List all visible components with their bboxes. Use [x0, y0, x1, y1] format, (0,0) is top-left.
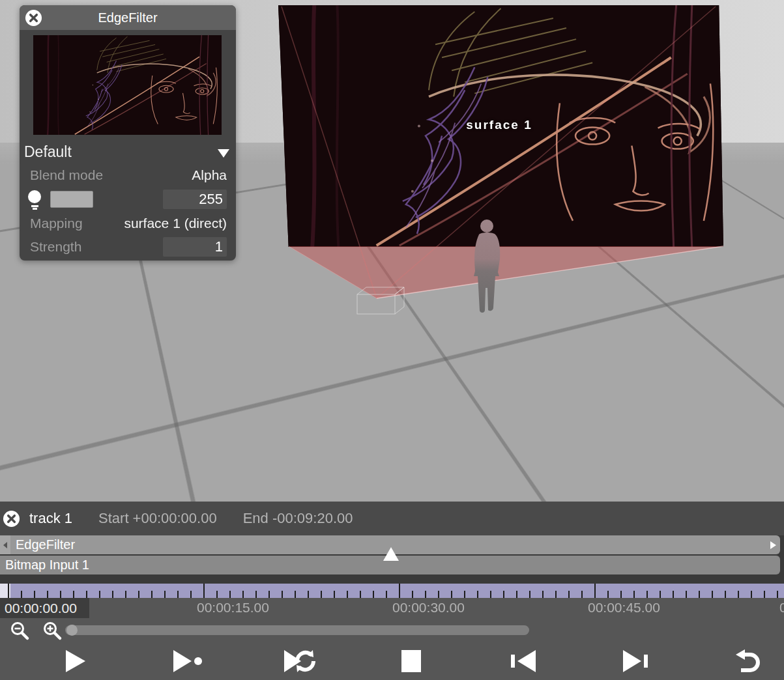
- ruler-tick: [412, 591, 413, 598]
- strength-value-input[interactable]: 1: [163, 237, 227, 257]
- ruler-tick: [699, 591, 700, 598]
- ruler-tick: [516, 591, 517, 598]
- ruler-label-15s: 00:00:15.00: [197, 600, 269, 616]
- mapping-label: Mapping: [30, 216, 83, 231]
- preset-name: Default: [24, 143, 72, 160]
- track-close-icon[interactable]: [3, 510, 20, 528]
- ruler-tick: [751, 591, 752, 598]
- ruler-tick: [594, 584, 596, 598]
- chevron-down-icon[interactable]: [218, 149, 229, 158]
- ruler-tick: [620, 591, 622, 598]
- ruler-tick: [581, 591, 583, 598]
- timeline-ruler[interactable]: [0, 584, 784, 598]
- zoom-out-icon[interactable]: [9, 620, 30, 641]
- blend-mode-value[interactable]: Alpha: [192, 167, 227, 183]
- track-start-label[interactable]: Start +00:00:00.00: [98, 510, 217, 527]
- zoom-in-icon[interactable]: [42, 620, 63, 641]
- ruler-tick: [295, 591, 296, 598]
- play-icon: [65, 649, 87, 673]
- ruler-tick: [86, 591, 87, 598]
- ruler-tick: [21, 591, 22, 598]
- ruler-label-partial: 0: [779, 600, 784, 616]
- ruler-tick: [477, 591, 478, 598]
- play-dot-icon: [172, 649, 203, 673]
- ruler-tick: [73, 591, 74, 598]
- filter-preview-thumbnail: [33, 35, 222, 135]
- ruler-label-45s: 00:00:45.00: [588, 600, 660, 616]
- ruler-tick: [190, 591, 192, 598]
- transport-controls: [0, 642, 784, 680]
- color-swatch[interactable]: [50, 191, 93, 208]
- track-header: track 1 Start +00:00:00.00 End -00:09:20…: [0, 502, 784, 535]
- ruler-tick: [60, 591, 61, 598]
- ruler-tick: [490, 591, 491, 598]
- ruler-tick: [177, 591, 179, 598]
- edgefilter-panel: EdgeFilter Default Blend mode Alpha 255 …: [20, 5, 236, 261]
- timeline-marker-triangle[interactable]: [383, 547, 399, 561]
- clip-edgefilter-label: EdgeFilter: [16, 537, 75, 552]
- timeline-zoom-row: [0, 619, 784, 642]
- ruler-tick: [529, 591, 530, 598]
- ruler-tick: [216, 591, 218, 598]
- skip-to-start-button[interactable]: [505, 647, 542, 675]
- ruler-tick: [464, 591, 465, 598]
- ruler-tick: [138, 591, 139, 598]
- ruler-tick: [503, 591, 504, 598]
- skip-start-icon: [510, 649, 537, 673]
- track-name: track 1: [29, 510, 72, 527]
- ruler-tick: [34, 591, 35, 598]
- alpha-row: 255: [20, 187, 236, 212]
- ruler-tick: [646, 591, 648, 598]
- current-time-display: 00:00:00.00: [0, 598, 89, 618]
- ruler-tick: [373, 591, 374, 598]
- ruler-tick: [112, 591, 113, 598]
- stop-button[interactable]: [393, 647, 429, 675]
- ruler-labels: 00:00:15.00 00:00:30.00 00:00:45.00 0: [0, 598, 784, 619]
- loop-play-icon: [283, 648, 317, 674]
- ruler-tick: [99, 591, 100, 598]
- slider-handle[interactable]: [66, 625, 78, 636]
- timeline-zoom-slider[interactable]: [65, 625, 529, 635]
- ruler-tick: [425, 591, 426, 598]
- ruler-tick: [633, 591, 635, 598]
- blend-mode-row: Blend mode Alpha: [20, 163, 236, 187]
- play-from-current-button[interactable]: [169, 647, 206, 675]
- strength-row: Strength 1: [20, 235, 236, 259]
- ruler-tick: [8, 584, 9, 598]
- ruler-tick: [542, 591, 544, 598]
- preset-dropdown[interactable]: Default: [20, 140, 236, 163]
- panel-header[interactable]: EdgeFilter: [20, 5, 236, 30]
- ruler-tick: [673, 591, 674, 598]
- skip-to-end-button[interactable]: [617, 647, 654, 675]
- chevron-right-icon[interactable]: [770, 541, 776, 549]
- ruler-tick: [686, 591, 687, 598]
- ruler-tick: [334, 591, 335, 598]
- ruler-tick: [125, 591, 126, 598]
- stop-icon: [401, 649, 422, 673]
- ruler-tick: [242, 591, 244, 598]
- play-loop-button[interactable]: [282, 647, 318, 675]
- play-button[interactable]: [57, 647, 94, 675]
- strength-label: Strength: [30, 239, 81, 255]
- ruler-label-30s: 00:00:30.00: [392, 600, 465, 616]
- app-window: surface 1 EdgeFilter Default Blend mode …: [0, 0, 784, 680]
- chevron-left-icon: [3, 542, 7, 548]
- ruler-tick: [607, 591, 609, 598]
- clip-bitmap-label: Bitmap Input 1: [5, 558, 89, 573]
- ruler-tick: [255, 591, 257, 598]
- clip-collapse-button[interactable]: [0, 535, 10, 554]
- blend-mode-label: Blend mode: [30, 167, 103, 183]
- surface-name-label: surface 1: [434, 118, 564, 132]
- ruler-tick: [47, 591, 48, 598]
- track-end-label[interactable]: End -00:09:20.00: [243, 510, 353, 527]
- close-icon[interactable]: [25, 9, 42, 27]
- undo-button[interactable]: [729, 647, 766, 675]
- ruler-tick: [568, 591, 570, 598]
- mapping-value[interactable]: surface 1 (direct): [124, 216, 227, 231]
- alpha-value-input[interactable]: 255: [163, 190, 227, 209]
- ruler-tick: [282, 591, 283, 598]
- skip-end-icon: [622, 649, 649, 673]
- ruler-tick: [399, 584, 400, 598]
- ruler-tick: [308, 591, 309, 598]
- undo-icon: [734, 649, 761, 673]
